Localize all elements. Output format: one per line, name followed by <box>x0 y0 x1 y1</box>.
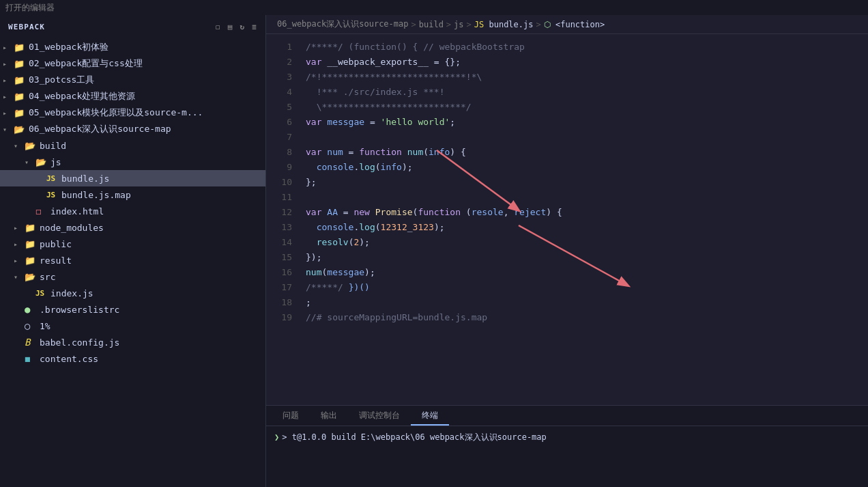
sidebar-item-folder-04[interactable]: ▸📁04_webpack处理其他资源 <box>0 88 265 105</box>
collapse-icon[interactable]: ≡ <box>252 23 257 31</box>
tree-item-label: js <box>50 157 265 167</box>
token-func: log <box>359 220 375 235</box>
breadcrumb-arrow: > <box>536 20 541 29</box>
tree-arrow: ▸ <box>3 93 14 100</box>
sidebar-item-file-bundlejs[interactable]: JSbundle.js <box>0 170 265 186</box>
line-number: 3 <box>266 70 292 85</box>
code-line: }); <box>306 250 868 265</box>
folder-icon: 📁 <box>25 239 37 249</box>
refresh-icon[interactable]: ↻ <box>240 23 246 31</box>
tree-arrow: ▸ <box>14 224 25 232</box>
panel-content: ❯ > t@1.0.0 build E:\webpack\06 webpack深… <box>266 426 868 487</box>
tree-item-label: index.html <box>50 206 265 217</box>
editor-area: 06_webpack深入认识source-map > build > js > … <box>266 15 868 487</box>
sidebar-item-file-browserslistrc[interactable]: ●.browserslistrc <box>0 301 265 318</box>
line-number: 14 <box>266 235 292 250</box>
sidebar-item-folder-public[interactable]: ▸📁public <box>0 236 265 252</box>
line-number: 6 <box>266 115 292 130</box>
line-number: 19 <box>266 310 292 325</box>
token-plain: ( <box>461 205 472 220</box>
token-var: resole <box>472 205 504 220</box>
tree-item-label: public <box>40 239 265 249</box>
token-number: 2 <box>353 235 359 250</box>
new-folder-icon[interactable]: ▤ <box>228 23 233 31</box>
token-plain: ); <box>402 160 413 175</box>
new-file-icon[interactable]: ◻ <box>216 23 221 31</box>
breadcrumb-part: 06_webpack深入认识source-map <box>277 18 409 30</box>
terminal-line: ❯ > t@1.0.0 build E:\webpack\06 webpack深… <box>274 430 860 444</box>
token-func: resolv <box>317 235 349 250</box>
sidebar-item-file-babelconfig[interactable]: Bbabel.config.js <box>0 334 265 350</box>
sidebar-item-file-contentcss[interactable]: ◼content.css <box>0 350 265 367</box>
tree-arrow: ▾ <box>25 158 35 166</box>
panel-tab-终端[interactable]: 终端 <box>411 406 449 426</box>
token-plain: . <box>353 220 359 235</box>
token-func: log <box>359 160 375 175</box>
sidebar-tree: ▸📁01_webpack初体验▸📁02_webpack配置与css处理▸📁03_… <box>0 39 265 487</box>
token-plain: ( <box>375 220 381 235</box>
sidebar-item-folder-02[interactable]: ▸📁02_webpack配置与css处理 <box>0 55 265 72</box>
main-layout: WEBPACK ◻ ▤ ↻ ≡ ▸📁01_webpack初体验▸📁02_webp… <box>0 15 868 487</box>
panel-tab-问题[interactable]: 问题 <box>272 406 310 426</box>
token-plain <box>321 55 327 70</box>
token-comment: /*****/ <box>306 280 349 295</box>
sidebar-title: WEBPACK <box>8 23 45 31</box>
token-plain: = <box>343 145 359 160</box>
sidebar-item-folder-src[interactable]: ▾📂src <box>0 268 265 285</box>
token-plain: , <box>504 205 515 220</box>
token-plain: ; <box>306 295 311 310</box>
sidebar-item-file-indexjs[interactable]: JSindex.js <box>0 285 265 301</box>
panel-tab-输出[interactable]: 输出 <box>310 406 348 426</box>
js-map-file-icon: JS <box>46 191 59 199</box>
sidebar-item-folder-01[interactable]: ▸📁01_webpack初体验 <box>0 39 265 55</box>
sidebar-item-folder-05[interactable]: ▸📁05_webpack模块化原理以及source-m... <box>0 105 265 121</box>
tree-arrow: ▸ <box>3 76 14 84</box>
breadcrumb-arrow: > <box>411 20 416 29</box>
folder-open-icon: 📂 <box>25 272 37 282</box>
panel-tab-调试控制台[interactable]: 调试控制台 <box>348 406 411 426</box>
sidebar-item-folder-js[interactable]: ▾📂js <box>0 154 265 170</box>
sidebar-item-folder-result[interactable]: ▸📁result <box>0 252 265 268</box>
sidebar-item-folder-06[interactable]: ▾📂06_webpack深入认识source-map <box>0 121 265 137</box>
plain-file-icon: ○ <box>25 320 37 331</box>
breadcrumb-part: build <box>419 20 444 29</box>
code-line: console.log(info); <box>306 160 868 175</box>
code-line: var messgae = 'hello world'; <box>306 115 868 130</box>
tree-item-label: 05_webpack模块化原理以及source-m... <box>29 107 265 119</box>
line-number: 13 <box>266 220 292 235</box>
breadcrumb-js-icon: JS <box>474 20 489 29</box>
sidebar-item-file-indexhtml[interactable]: ◻index.html <box>0 203 265 219</box>
folder-icon: 📁 <box>14 59 26 69</box>
sidebar-item-file-bundlejsmap[interactable]: JSbundle.js.map <box>0 186 265 203</box>
token-var: info <box>429 145 450 160</box>
line-numbers: 12345678910111213141516171819 <box>266 34 300 405</box>
sidebar-item-folder-nodemodules[interactable]: ▸📁node_modules <box>0 219 265 236</box>
sidebar-item-folder-build[interactable]: ▾📂build <box>0 137 265 154</box>
token-plain: ) { <box>546 205 562 220</box>
tree-item-label: 06_webpack深入认识source-map <box>29 123 265 135</box>
folder-icon: 📁 <box>14 92 26 102</box>
tree-arrow: ▾ <box>14 142 25 150</box>
tree-arrow: ▾ <box>3 126 14 133</box>
token-keyword: var <box>306 205 321 220</box>
sidebar-item-folder-03[interactable]: ▸📁03_potcss工具 <box>0 72 265 88</box>
bottom-panel: 问题输出调试控制台终端 ❯ > t@1.0.0 build E:\webpack… <box>266 405 868 487</box>
token-bracket: })() <box>349 280 370 295</box>
token-keyword: new <box>353 205 369 220</box>
token-promise: Promise <box>375 205 413 220</box>
code-line: num(messgae); <box>306 265 868 280</box>
code-line <box>306 130 868 145</box>
sidebar-item-file-1percent[interactable]: ○1% <box>0 318 265 334</box>
code-line: resolv(2); <box>306 235 868 250</box>
token-comment: /*!***************************!*\ <box>306 70 482 85</box>
terminal-text: > t@1.0.0 build E:\webpack\06 webpack深入认… <box>282 430 547 444</box>
tree-arrow: ▸ <box>14 257 25 264</box>
folder-icon: 📁 <box>25 223 37 233</box>
folder-icon: 📁 <box>14 75 26 85</box>
line-number: 2 <box>266 55 292 70</box>
token-var: reject <box>514 205 546 220</box>
code-content[interactable]: /*****/ (function() { // webpackBootstra… <box>300 34 868 405</box>
tree-arrow: ▸ <box>3 60 14 68</box>
token-plain: = <box>364 115 380 130</box>
folder-open-icon: 📂 <box>14 124 26 135</box>
